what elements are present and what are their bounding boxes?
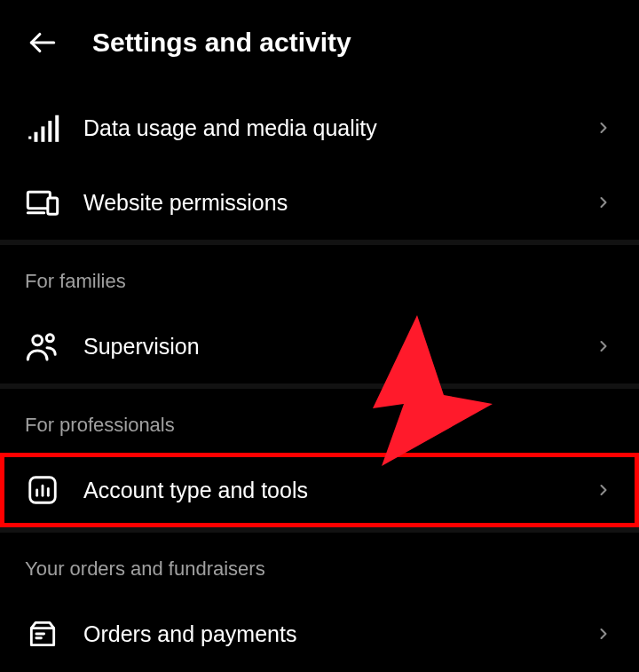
section-header-orders: Your orders and fundraisers [0, 533, 639, 597]
svg-rect-5 [55, 115, 59, 142]
svg-rect-2 [35, 132, 38, 142]
row-label: Website permissions [83, 190, 570, 216]
row-label: Account type and tools [83, 478, 570, 503]
svg-point-10 [46, 335, 53, 342]
row-label: Supervision [83, 334, 570, 360]
people-icon [25, 328, 60, 364]
chevron-right-icon [593, 623, 614, 644]
orders-icon [25, 616, 60, 652]
chevron-right-icon [593, 192, 614, 213]
header: Settings and activity [0, 0, 639, 91]
svg-rect-8 [48, 198, 58, 214]
row-orders-payments[interactable]: Orders and payments [0, 597, 639, 671]
chevron-right-icon [593, 479, 614, 501]
row-supervision[interactable]: Supervision [0, 309, 639, 383]
row-label: Orders and payments [83, 621, 570, 647]
back-button[interactable] [25, 25, 60, 60]
page-title: Settings and activity [92, 28, 351, 58]
devices-icon [25, 185, 60, 220]
svg-rect-3 [41, 126, 44, 141]
svg-rect-4 [48, 121, 51, 142]
svg-rect-1 [28, 137, 31, 139]
row-data-usage[interactable]: Data usage and media quality [0, 91, 639, 165]
chevron-right-icon [593, 336, 614, 357]
row-label: Data usage and media quality [83, 115, 570, 141]
arrow-left-icon [26, 26, 59, 59]
chart-box-icon [25, 472, 60, 508]
row-account-type-tools[interactable]: Account type and tools [0, 453, 639, 527]
svg-point-9 [33, 336, 43, 345]
signal-bars-icon [25, 110, 60, 146]
section-header-families: For families [0, 245, 639, 309]
chevron-right-icon [593, 117, 614, 138]
section-header-professionals: For professionals [0, 389, 639, 453]
row-website-permissions[interactable]: Website permissions [0, 165, 639, 240]
